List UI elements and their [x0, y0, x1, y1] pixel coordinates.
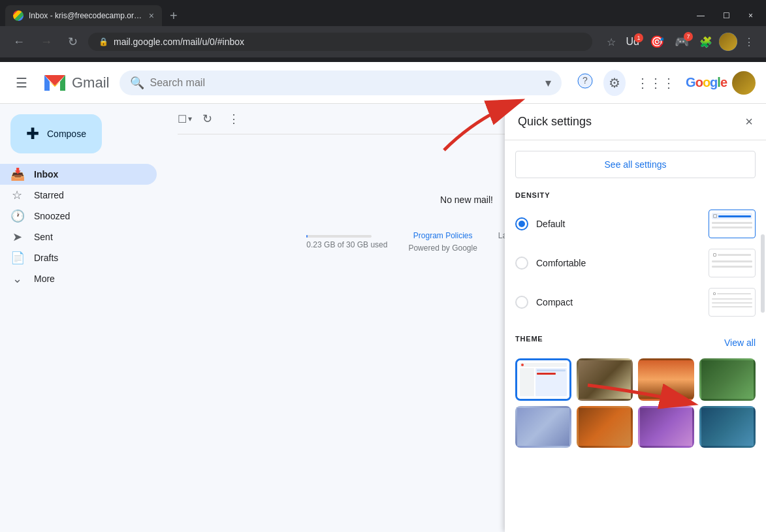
density-default-preview — [709, 210, 756, 238]
gmail-logo: Gmail — [43, 71, 109, 95]
starred-icon: ☆ — [10, 188, 24, 202]
density-compact-label: Compact — [536, 297, 701, 307]
radio-default — [515, 217, 528, 230]
compose-button[interactable]: ✚ Compose — [10, 114, 102, 153]
profile-avatar-browser[interactable] — [719, 33, 737, 51]
theme-section-title: THEME — [515, 335, 543, 343]
sidebar-item-starred[interactable]: ☆ Starred — [0, 185, 157, 206]
select-checkbox[interactable]: ☐▾ — [178, 113, 192, 125]
drafts-icon: 📄 — [10, 251, 24, 265]
radio-comfortable — [515, 257, 528, 270]
snoozed-icon: 🕐 — [10, 209, 24, 223]
theme-forest[interactable] — [699, 358, 756, 401]
theme-grapes[interactable] — [638, 406, 694, 448]
address-text: mail.google.com/mail/u/0/#inbox — [114, 37, 244, 47]
theme-bubbles[interactable] — [515, 406, 571, 448]
close-button[interactable]: × — [741, 8, 761, 23]
settings-icon-highlighted: ? — [577, 73, 593, 89]
svg-text:?: ? — [582, 75, 588, 86]
extension-ud-icon[interactable]: Ud 1 — [622, 33, 643, 50]
program-policies-text[interactable]: Program Policies — [413, 231, 473, 240]
extension-icon-2[interactable]: 🎯 — [646, 32, 668, 52]
back-button[interactable]: ← — [8, 33, 30, 52]
address-bar[interactable]: 🔒 mail.google.com/mail/u/0/#inbox — [88, 33, 592, 51]
density-compact-preview — [709, 288, 756, 317]
chrome-menu-icon[interactable]: ⋮ — [740, 33, 758, 51]
density-options: Default — [515, 207, 756, 319]
powered-by-text: Powered by Google — [408, 243, 477, 253]
new-tab-button[interactable]: + — [165, 6, 183, 26]
forward-button[interactable]: → — [35, 33, 57, 52]
active-tab[interactable]: Inbox - kris@freecodecamp.org - fre... × — [5, 5, 162, 26]
lock-icon: 🔒 — [99, 37, 108, 46]
quick-settings-title: Quick settings — [518, 115, 592, 129]
theme-desert[interactable] — [638, 358, 694, 401]
google-apps-icon[interactable]: ⋮⋮⋮ — [631, 70, 680, 96]
avatar-image — [719, 33, 737, 51]
tab-title: Inbox - kris@freecodecamp.org - fre... — [29, 11, 144, 20]
theme-grid — [515, 358, 756, 448]
theme-bird[interactable] — [699, 406, 756, 448]
policies-section: Program Policies Powered by Google — [408, 230, 477, 255]
search-input[interactable] — [150, 77, 540, 89]
sidebar-item-sent[interactable]: ➤ Sent — [0, 227, 157, 247]
theme-gmail[interactable] — [515, 358, 571, 401]
gmail-header: ☰ Gmail 🔍 — [0, 62, 766, 104]
support-icon[interactable]: ? — [572, 68, 598, 97]
badge-1: 1 — [634, 33, 643, 42]
sidebar-item-inbox[interactable]: 📥 Inbox — [0, 164, 157, 185]
compose-plus-icon: ✚ — [26, 125, 39, 143]
storage-section: 0.23 GB of 30 GB used — [306, 235, 387, 249]
density-comfortable-preview — [709, 249, 756, 277]
no-mail-text: No new mail! — [440, 195, 493, 205]
storage-bar — [306, 235, 372, 238]
more-label: More — [34, 274, 55, 284]
search-icon: 🔍 — [130, 76, 144, 90]
tab-close-btn[interactable]: × — [149, 10, 154, 21]
theme-chess[interactable] — [577, 358, 633, 401]
sidebar-item-snoozed[interactable]: 🕐 Snoozed — [0, 206, 157, 227]
gmail-m-icon — [43, 71, 67, 95]
radio-default-inner — [519, 221, 525, 227]
theme-autumn[interactable] — [577, 406, 633, 448]
sidebar: ✚ Compose 📥 Inbox ☆ Starred 🕐 Snoozed ➤ … — [0, 104, 167, 532]
starred-label: Starred — [34, 190, 64, 200]
sidebar-item-more[interactable]: ⌄ More — [0, 268, 157, 289]
view-all-themes-link[interactable]: View all — [724, 337, 756, 348]
search-bar[interactable]: 🔍 ▾ — [120, 70, 562, 95]
inbox-icon: 📥 — [10, 167, 24, 181]
bookmark-icon[interactable]: ☆ — [603, 33, 620, 51]
search-dropdown-icon[interactable]: ▾ — [545, 76, 551, 90]
quick-settings-panel: Quick settings × See all settings DENSIT… — [505, 104, 766, 532]
badge-7: 7 — [684, 32, 693, 41]
header-actions: ? ⚙ ⋮⋮⋮ Google — [572, 68, 756, 97]
quick-settings-body: See all settings DENSITY Default — [505, 140, 766, 532]
user-avatar[interactable] — [732, 71, 756, 95]
gmail-text: Gmail — [72, 74, 109, 91]
snoozed-label: Snoozed — [34, 211, 70, 221]
density-comfortable-label: Comfortable — [536, 258, 701, 268]
reload-button[interactable]: ↻ — [63, 32, 83, 52]
more-chevron-icon: ⌄ — [10, 272, 24, 286]
panel-scrollbar[interactable] — [761, 234, 765, 313]
quick-settings-header: Quick settings × — [505, 104, 766, 140]
density-option-default[interactable]: Default — [515, 207, 756, 241]
maximize-button[interactable]: ☐ — [715, 8, 738, 23]
density-option-compact[interactable]: Compact — [515, 285, 756, 319]
extensions-puzzle-icon[interactable]: 🧩 — [695, 33, 716, 51]
minimize-button[interactable]: — — [689, 8, 712, 23]
extension-icon-3[interactable]: 🎮 7 — [671, 32, 693, 52]
more-actions-button[interactable]: ⋮ — [223, 109, 245, 129]
tab-favicon — [13, 10, 24, 21]
sidebar-item-drafts[interactable]: 📄 Drafts — [0, 247, 157, 268]
density-option-comfortable[interactable]: Comfortable — [515, 246, 756, 280]
gmail-body: ✚ Compose 📥 Inbox ☆ Starred 🕐 Snoozed ➤ … — [0, 104, 766, 532]
quick-settings-icon[interactable]: ⚙ — [603, 70, 626, 96]
quick-settings-close-button[interactable]: × — [745, 114, 753, 129]
radio-compact — [515, 296, 528, 309]
refresh-button[interactable]: ↻ — [197, 109, 217, 129]
window-controls: — ☐ × — [689, 8, 761, 23]
hamburger-menu[interactable]: ☰ — [10, 70, 33, 96]
see-all-settings-button[interactable]: See all settings — [515, 151, 756, 178]
sent-icon: ➤ — [10, 230, 24, 244]
